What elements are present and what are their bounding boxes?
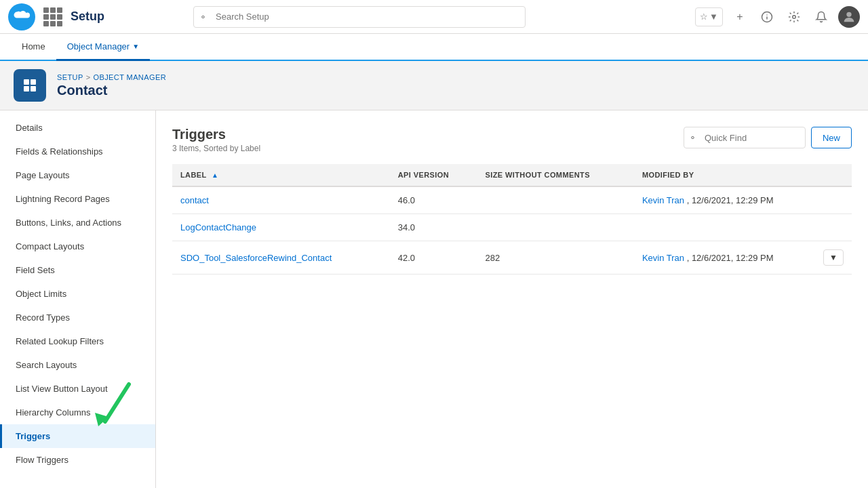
avatar[interactable] <box>838 6 860 28</box>
svg-point-2 <box>846 12 851 16</box>
new-button[interactable]: New <box>811 127 852 148</box>
sidebar-item-details[interactable]: Details <box>0 116 155 140</box>
cell-size: 282 <box>477 241 633 274</box>
sidebar-item-compact-layouts[interactable]: Compact Layouts <box>0 235 155 258</box>
content-area: Triggers 3 Items, Sorted by Label ⚬ New … <box>156 110 868 488</box>
page-title: Contact <box>57 83 166 98</box>
sidebar-item-page-layouts[interactable]: Page Layouts <box>0 163 155 187</box>
cell-label: contact <box>172 186 390 214</box>
svg-rect-3 <box>24 79 29 85</box>
modified-date-value-0: 12/6/2021, 12:29 PM <box>692 195 774 205</box>
nav-item-home[interactable]: Home <box>11 34 56 61</box>
sidebar-item-object-limits[interactable]: Object Limits <box>0 282 155 306</box>
svg-rect-4 <box>31 79 36 85</box>
cell-label: LogContactChange <box>172 214 390 241</box>
svg-rect-6 <box>31 86 36 92</box>
svg-point-1 <box>793 15 796 18</box>
col-label[interactable]: LABEL ▲ <box>172 164 390 186</box>
create-button[interactable]: + <box>730 7 750 27</box>
star-icon: ☆ <box>700 12 708 22</box>
setup-label: Setup <box>71 9 104 24</box>
breadcrumb: SETUP > OBJECT MANAGER Contact <box>57 73 166 98</box>
col-api-version[interactable]: API VERSION <box>390 164 477 186</box>
content-title: Triggers <box>172 127 260 142</box>
content-header-right: ⚬ New <box>684 127 852 148</box>
help-and-training-button[interactable] <box>757 7 777 27</box>
modified-date-0: , <box>687 195 692 205</box>
top-nav-actions: ☆ ▼ + <box>695 6 860 28</box>
search-icon: ⚬ <box>199 12 207 22</box>
cell-size <box>477 214 633 241</box>
sidebar-item-flow-triggers[interactable]: Flow Triggers <box>0 448 155 472</box>
triggers-table: LABEL ▲ API VERSION SIZE WITHOUT COMMENT… <box>172 164 852 274</box>
nav-item-object-manager[interactable]: Object Manager ▼ <box>56 34 150 61</box>
cell-size <box>477 186 633 214</box>
comma-2: , <box>687 253 692 263</box>
secondary-nav: Home Object Manager ▼ <box>0 34 868 61</box>
sidebar-item-hierarchy-columns[interactable]: Hierarchy Columns <box>0 401 155 424</box>
table-row: LogContactChange 34.0 <box>172 214 852 241</box>
cell-api-version: 42.0 <box>390 241 477 274</box>
content-header-left: Triggers 3 Items, Sorted by Label <box>172 127 260 153</box>
app-launcher-icon[interactable] <box>43 7 62 26</box>
top-nav: Setup ⚬ ☆ ▼ + <box>0 0 868 34</box>
favorites-button[interactable]: ☆ ▼ <box>695 7 723 26</box>
notifications-button[interactable] <box>811 7 831 27</box>
modified-by-2: Kevin Tran , 12/6/2021, 12:29 PM <box>642 253 774 263</box>
modified-date-value-2: 12/6/2021, 12:29 PM <box>692 253 774 263</box>
cell-label: SDO_Tool_SalesforceRewind_Contact <box>172 241 390 274</box>
content-subtitle: 3 Items, Sorted by Label <box>172 144 260 153</box>
row-action-button-2[interactable]: ▼ <box>823 249 844 266</box>
modified-by-link-2[interactable]: Kevin Tran <box>642 253 684 263</box>
setup-icon-button[interactable] <box>784 7 804 27</box>
trigger-link-sdo[interactable]: SDO_Tool_SalesforceRewind_Contact <box>180 253 332 263</box>
cell-modified-by: Kevin Tran , 12/6/2021, 12:29 PM ▼ <box>634 241 852 274</box>
svg-rect-5 <box>24 86 29 92</box>
col-size-without-comments[interactable]: SIZE WITHOUT COMMENTS <box>477 164 633 186</box>
sidebar-item-search-layouts[interactable]: Search Layouts <box>0 353 155 377</box>
quick-find-icon: ⚬ <box>689 133 696 143</box>
trigger-link-logcontactchange[interactable]: LogContactChange <box>180 222 256 232</box>
cell-api-version: 34.0 <box>390 214 477 241</box>
sidebar-item-list-view-button-layout[interactable]: List View Button Layout <box>0 377 155 401</box>
sidebar: Details Fields & Relationships Page Layo… <box>0 110 156 488</box>
sidebar-item-fields-relationships[interactable]: Fields & Relationships <box>0 140 155 163</box>
breadcrumb-sep: > <box>86 73 91 81</box>
modified-by-link-0[interactable]: Kevin Tran <box>642 195 684 205</box>
breadcrumb-area: SETUP > OBJECT MANAGER Contact <box>0 61 868 110</box>
sort-icon: ▲ <box>212 171 218 179</box>
object-icon <box>14 69 46 102</box>
sidebar-item-record-types[interactable]: Record Types <box>0 306 155 329</box>
main-layout: Details Fields & Relationships Page Layo… <box>0 110 868 488</box>
cell-modified-by <box>634 214 852 241</box>
cell-api-version: 46.0 <box>390 186 477 214</box>
content-header: Triggers 3 Items, Sorted by Label ⚬ New <box>172 127 852 153</box>
sidebar-item-buttons-links-actions[interactable]: Buttons, Links, and Actions <box>0 211 155 235</box>
sidebar-item-related-lookup-filters[interactable]: Related Lookup Filters <box>0 329 155 353</box>
global-search: ⚬ <box>193 6 526 28</box>
sidebar-item-field-sets[interactable]: Field Sets <box>0 258 155 282</box>
breadcrumb-setup-link[interactable]: SETUP <box>57 73 83 81</box>
cell-modified-by: Kevin Tran , 12/6/2021, 12:29 PM <box>634 186 852 214</box>
sidebar-item-lightning-record-pages[interactable]: Lightning Record Pages <box>0 187 155 211</box>
object-manager-chevron: ▼ <box>132 43 139 50</box>
breadcrumb-object-manager-link[interactable]: OBJECT MANAGER <box>94 73 166 81</box>
table-row: SDO_Tool_SalesforceRewind_Contact 42.0 2… <box>172 241 852 274</box>
table-body: contact 46.0 Kevin Tran , 12/6/2021, 12:… <box>172 186 852 274</box>
table-header: LABEL ▲ API VERSION SIZE WITHOUT COMMENT… <box>172 164 852 186</box>
quick-find-wrapper: ⚬ <box>684 127 806 148</box>
quick-find-input[interactable] <box>684 127 806 148</box>
col-modified-by[interactable]: MODIFIED BY <box>634 164 852 186</box>
table-header-row: LABEL ▲ API VERSION SIZE WITHOUT COMMENT… <box>172 164 852 186</box>
favorites-chevron: ▼ <box>709 12 718 22</box>
trigger-link-contact[interactable]: contact <box>180 195 209 205</box>
table-row: contact 46.0 Kevin Tran , 12/6/2021, 12:… <box>172 186 852 214</box>
search-input[interactable] <box>193 6 526 28</box>
sidebar-item-triggers[interactable]: Triggers <box>0 424 155 448</box>
salesforce-logo[interactable] <box>8 3 35 30</box>
